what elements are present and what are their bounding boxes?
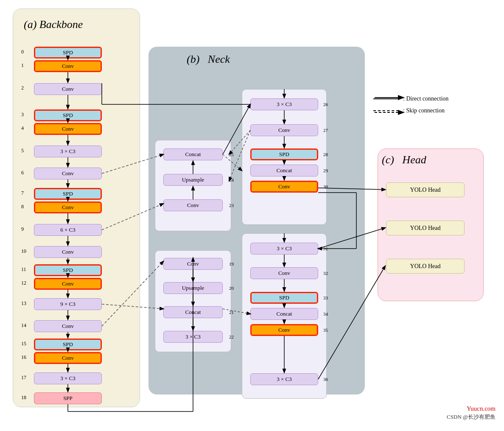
head-label: (c) Head bbox=[382, 154, 426, 166]
block-c3-31: 3 × C3 bbox=[250, 243, 318, 255]
block-c3-13: 9 × C3 bbox=[34, 298, 102, 310]
block-spd-15: SPD bbox=[34, 339, 102, 350]
block-c3-9: 6 × C3 bbox=[34, 224, 102, 236]
legend-skip: : Skip connection bbox=[373, 107, 448, 114]
block-conv-19: Conv bbox=[163, 258, 223, 270]
num-32: 32 bbox=[323, 271, 328, 276]
num-5: 5 bbox=[21, 148, 24, 154]
block-conv-10: Conv bbox=[34, 246, 102, 258]
num-18: 18 bbox=[21, 395, 26, 401]
num-0: 0 bbox=[21, 49, 24, 55]
block-conv-35: Conv bbox=[250, 324, 318, 336]
num-29: 29 bbox=[323, 168, 328, 173]
num-19: 19 bbox=[229, 261, 234, 266]
num-14: 14 bbox=[21, 322, 26, 329]
block-spd-3: SPD bbox=[34, 109, 102, 121]
num-31: 31 bbox=[323, 246, 328, 251]
num-34: 34 bbox=[323, 311, 328, 316]
watermark-black: CSDN @长沙有肥鱼 bbox=[447, 413, 496, 421]
legend-direct: : Direct connection bbox=[373, 95, 448, 102]
num-22: 22 bbox=[229, 334, 234, 339]
legend-skip-text: : Skip connection bbox=[403, 107, 445, 114]
block-spd-7: SPD bbox=[34, 188, 102, 200]
block-upsample-24: Upsample bbox=[163, 174, 223, 186]
block-c3-22: 3 × C3 bbox=[163, 331, 223, 343]
backbone-label: (a) Backbone bbox=[24, 18, 83, 31]
watermark-red: Yuucn.com bbox=[467, 405, 496, 412]
num-15: 15 bbox=[21, 341, 26, 347]
block-spp-18: SPP bbox=[34, 392, 102, 404]
num-26: 26 bbox=[323, 102, 328, 107]
block-conv-30: Conv bbox=[250, 181, 318, 193]
legend-direct-text: : Direct connection bbox=[403, 95, 448, 102]
block-conv-6: Conv bbox=[34, 168, 102, 179]
block-conv-1: Conv bbox=[34, 60, 102, 72]
block-conv-27: Conv bbox=[250, 124, 318, 136]
yolo-head-1: YOLO Head bbox=[386, 182, 465, 197]
legend-line-solid bbox=[373, 98, 399, 99]
num-25: 25 bbox=[229, 152, 234, 157]
block-concat-25: Concat bbox=[163, 148, 223, 160]
block-conv-23: Conv bbox=[163, 199, 223, 211]
num-13: 13 bbox=[21, 300, 26, 307]
num-7: 7 bbox=[21, 190, 24, 196]
block-upsample-20: Upsample bbox=[163, 282, 223, 294]
num-36: 36 bbox=[323, 377, 328, 382]
num-11: 11 bbox=[21, 266, 26, 273]
block-conv-12: Conv bbox=[34, 278, 102, 290]
neck-label: (b) Neck bbox=[187, 53, 230, 66]
block-conv-2: Conv bbox=[34, 83, 102, 95]
block-conv-16: Conv bbox=[34, 352, 102, 364]
num-30: 30 bbox=[323, 184, 328, 189]
block-concat-29: Concat bbox=[250, 165, 318, 176]
num-1: 1 bbox=[21, 62, 24, 69]
yolo-head-2: YOLO Head bbox=[386, 221, 465, 235]
num-6: 6 bbox=[21, 170, 24, 176]
num-3: 3 bbox=[21, 112, 24, 118]
yolo-head-3: YOLO Head bbox=[386, 259, 465, 274]
block-c3-36: 3 × C3 bbox=[250, 373, 318, 385]
block-concat-21: Concat bbox=[163, 306, 223, 318]
num-27: 27 bbox=[323, 128, 328, 133]
block-conv-8: Conv bbox=[34, 202, 102, 213]
num-4: 4 bbox=[21, 125, 24, 132]
block-spd-33: SPD bbox=[250, 292, 318, 304]
num-17: 17 bbox=[21, 375, 26, 381]
block-concat-34: Concat bbox=[250, 308, 318, 320]
num-21: 21 bbox=[229, 310, 234, 315]
legend-line-dashed bbox=[373, 110, 399, 111]
num-12: 12 bbox=[21, 280, 26, 286]
legend-area: : Direct connection : Skip connection bbox=[373, 95, 448, 119]
num-23: 23 bbox=[229, 203, 234, 208]
num-28: 28 bbox=[323, 152, 328, 157]
num-33: 33 bbox=[323, 295, 328, 300]
num-2: 2 bbox=[21, 85, 24, 91]
num-9: 9 bbox=[21, 226, 24, 232]
block-c3-5: 3 × C3 bbox=[34, 146, 102, 157]
block-c3-17: 3 × C3 bbox=[34, 372, 102, 384]
block-conv-14: Conv bbox=[34, 320, 102, 332]
diagram-container: (a) Backbone (b) Neck (c) Head 0 SPD 1 C… bbox=[4, 4, 500, 424]
num-35: 35 bbox=[323, 327, 328, 333]
block-spd-28: SPD bbox=[250, 148, 318, 160]
block-spd-0: SPD bbox=[34, 47, 102, 59]
block-c3-26: 3 × C3 bbox=[250, 98, 318, 110]
block-conv-4: Conv bbox=[34, 123, 102, 135]
num-8: 8 bbox=[21, 204, 24, 210]
num-20: 20 bbox=[229, 285, 234, 291]
block-spd-11: SPD bbox=[34, 264, 102, 276]
num-16: 16 bbox=[21, 354, 26, 361]
block-conv-32: Conv bbox=[250, 267, 318, 279]
num-10: 10 bbox=[21, 248, 26, 255]
num-24: 24 bbox=[229, 177, 234, 182]
